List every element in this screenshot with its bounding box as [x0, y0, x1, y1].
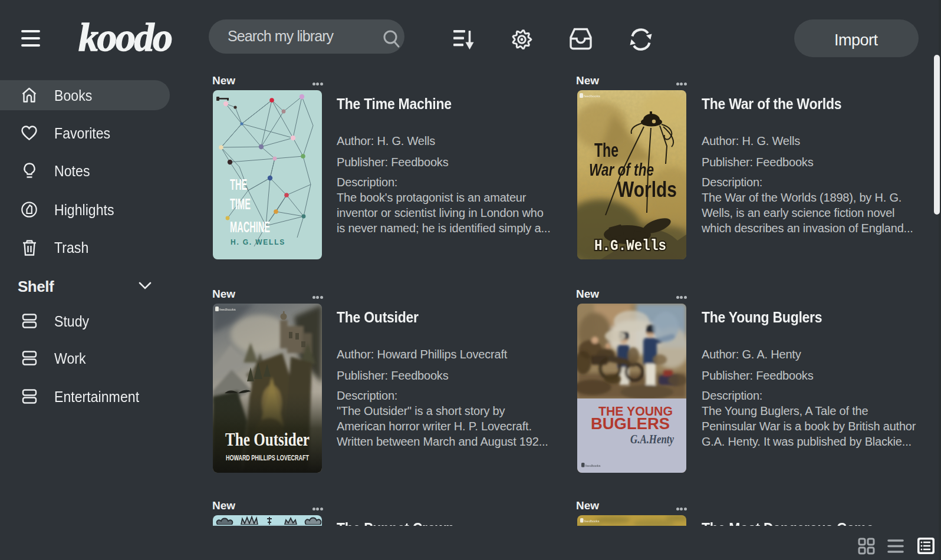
svg-text:G.A.Henty: G.A.Henty — [630, 432, 675, 446]
svg-text:THE: THE — [230, 176, 247, 193]
svg-text:feedbooks: feedbooks — [219, 308, 236, 311]
svg-text:H. G. WELLS: H. G. WELLS — [231, 238, 285, 246]
svg-text:HOWARD PHILLIPS LOVECRAFT: HOWARD PHILLIPS LOVECRAFT — [226, 454, 309, 462]
svg-text:feedbooks: feedbooks — [585, 464, 601, 467]
svg-text:H.G.Wells: H.G.Wells — [594, 238, 666, 255]
svg-text:feedbooks: feedbooks — [584, 94, 600, 98]
svg-text:Worlds: Worlds — [617, 177, 677, 202]
svg-text:War of the: War of the — [589, 160, 654, 179]
svg-text:The Outsider: The Outsider — [225, 429, 310, 450]
svg-text:TIME: TIME — [230, 196, 251, 212]
svg-text:MACHINE: MACHINE — [230, 219, 270, 235]
svg-text:feedbooks: feedbooks — [584, 519, 600, 523]
svg-text:BUGLERS: BUGLERS — [591, 414, 670, 433]
svg-text:The: The — [594, 139, 618, 161]
